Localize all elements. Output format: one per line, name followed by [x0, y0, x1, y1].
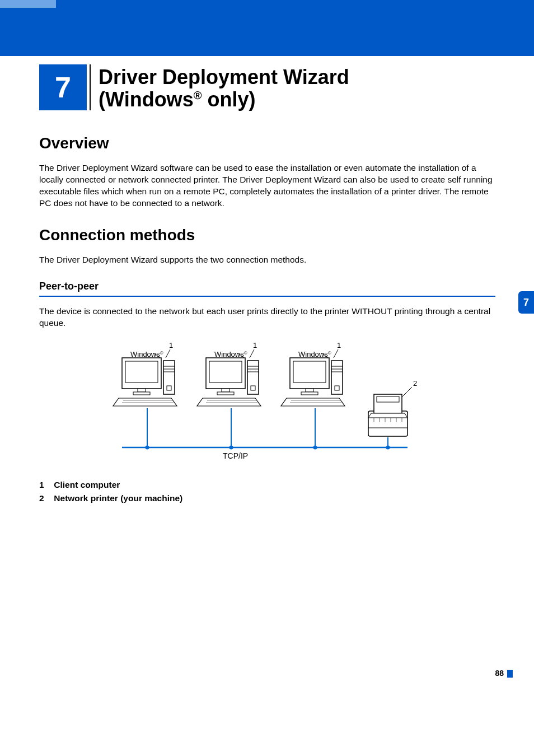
connection-methods-text: The Driver Deployment Wizard supports th… — [39, 254, 495, 266]
page-number: 88 — [495, 669, 504, 678]
fig-callout-1a: 1 — [169, 341, 173, 349]
section-tab: 7 — [518, 291, 534, 314]
fig-client-label-2: Windows® — [214, 350, 247, 358]
svg-point-33 — [145, 446, 149, 450]
svg-point-34 — [229, 446, 233, 450]
header-accent — [0, 0, 56, 8]
legend-num-1: 1 — [39, 480, 51, 490]
svg-line-24 — [250, 349, 254, 358]
connection-methods-heading: Connection methods — [39, 226, 495, 244]
svg-point-35 — [313, 446, 317, 450]
figure-legend: 1 Client computer 2 Network printer (you… — [39, 480, 495, 503]
peer-to-peer-diagram: Windows® 1 Windows® 1 Windows® 1 2 — [111, 341, 424, 470]
chapter-title: Driver Deployment Wizard (Windows® only) — [99, 66, 349, 110]
subsection-rule — [39, 296, 495, 297]
overview-text: The Driver Deployment Wizard software ca… — [39, 162, 495, 209]
chapter-title-line2-prefix: (Windows — [99, 88, 194, 111]
registered-mark: ® — [194, 89, 202, 101]
chapter-title-line2-suffix: only) — [202, 88, 255, 111]
peer-to-peer-heading: Peer-to-peer — [39, 281, 495, 292]
fig-client-label-3: Windows® — [298, 350, 331, 358]
overview-heading: Overview — [39, 134, 495, 152]
chapter-divider — [90, 64, 91, 110]
legend-num-2: 2 — [39, 493, 51, 503]
header-bar — [0, 0, 534, 56]
page-number-mark — [507, 670, 513, 678]
page-content: Overview The Driver Deployment Wizard so… — [39, 134, 495, 507]
legend-item-2: 2 Network printer (your machine) — [39, 493, 495, 503]
svg-line-26 — [334, 349, 338, 358]
svg-line-22 — [166, 349, 170, 358]
legend-item-1: 1 Client computer — [39, 480, 495, 490]
fig-callout-2: 2 — [413, 379, 417, 388]
legend-label-2: Network printer (your machine) — [54, 493, 182, 503]
svg-line-27 — [402, 387, 412, 397]
chapter-number-box: 7 — [39, 64, 87, 110]
legend-label-1: Client computer — [54, 480, 120, 489]
fig-protocol-label: TCP/IP — [223, 451, 248, 460]
svg-point-36 — [386, 446, 390, 450]
fig-callout-1c: 1 — [337, 341, 341, 349]
chapter-number: 7 — [55, 71, 71, 104]
section-tab-number: 7 — [523, 297, 529, 309]
fig-client-label-1: Windows® — [130, 350, 163, 358]
fig-callout-1b: 1 — [253, 341, 257, 349]
peer-to-peer-text: The device is connected to the network b… — [39, 306, 495, 329]
chapter-title-line1: Driver Deployment Wizard — [99, 66, 349, 88]
